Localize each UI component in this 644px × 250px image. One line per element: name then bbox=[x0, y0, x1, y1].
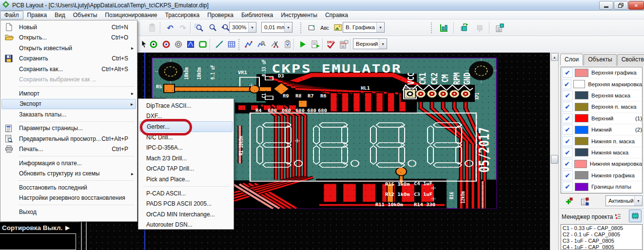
layer-properties-icon[interactable] bbox=[579, 195, 591, 207]
sort-list-icon[interactable] bbox=[615, 213, 621, 221]
zoom-window-icon[interactable] bbox=[193, 22, 205, 34]
layer-color-swatch[interactable] bbox=[575, 91, 588, 99]
menubar-item-Правка[interactable]: Правка bbox=[23, 11, 51, 19]
measure-icon[interactable] bbox=[214, 38, 225, 50]
layer-color-swatch[interactable] bbox=[575, 137, 588, 145]
file-menu-item-настройки-резервного-восстановления[interactable]: Настройки резервного восстановления bbox=[1, 193, 136, 204]
export-submenu-item-mach-2-3-drill-[interactable]: Mach 2/3 Drill... bbox=[139, 153, 233, 164]
scrollbar-thumb[interactable] bbox=[551, 155, 558, 164]
unroute-icon[interactable] bbox=[269, 38, 281, 50]
layer-color-swatch[interactable] bbox=[575, 69, 588, 77]
menubar-item-Файл[interactable]: Файл bbox=[0, 11, 23, 19]
export-submenu-item-orcad-tap-drill-[interactable]: OrCAD TAP Drill... bbox=[139, 164, 233, 174]
file-menu-item-выход[interactable]: Выход bbox=[1, 207, 136, 217]
layer-color-swatch[interactable] bbox=[575, 103, 588, 111]
layer-visibility-checkbox[interactable]: ✔ bbox=[562, 148, 573, 157]
layer-visibility-checkbox[interactable]: ✔ bbox=[562, 114, 573, 123]
place-text-icon[interactable]: Aвс bbox=[319, 22, 331, 34]
autorouter-setup-icon[interactable] bbox=[310, 38, 321, 50]
zoom-dynamic-icon[interactable] bbox=[207, 22, 218, 34]
run-autorouter-icon[interactable] bbox=[297, 38, 309, 50]
place-board-shape-icon[interactable] bbox=[197, 38, 209, 50]
sort-status-band[interactable]: Сортировка Выкл. ▶ bbox=[0, 222, 79, 233]
layer-row[interactable]: ✔Нижняя графика bbox=[561, 170, 642, 181]
menubar-item-Объекты[interactable]: Объекты bbox=[69, 11, 101, 19]
file-menu-item-информация-о-плате-[interactable]: Информация о плате... bbox=[1, 158, 136, 169]
file-menu-item-обновить-структуру-из-схемы[interactable]: Обновить структуру из схемы▸ bbox=[1, 169, 136, 179]
place-copper-pour-icon[interactable] bbox=[185, 38, 196, 50]
place-pad-icon[interactable] bbox=[148, 38, 159, 50]
export-submenu-item-pads-pcb-ascii-2005-[interactable]: PADS PCB ASCII 2005... bbox=[139, 198, 233, 209]
edit-trace-icon[interactable] bbox=[255, 38, 267, 50]
menubar-item-Позиционирование[interactable]: Позиционирование bbox=[101, 11, 161, 19]
minimize-button[interactable] bbox=[599, 1, 613, 10]
file-menu-item-восстановить-последний[interactable]: Восстановить последний bbox=[1, 182, 136, 193]
component-list-item[interactable]: C3 - 1uF - CAP_0805 bbox=[563, 238, 641, 244]
undo-icon[interactable]: ↶ bbox=[164, 22, 176, 34]
component-list-icon[interactable] bbox=[494, 22, 506, 34]
layer-color-swatch[interactable] bbox=[573, 80, 585, 88]
table-icon[interactable] bbox=[226, 38, 237, 50]
file-menu-item-экспорт[interactable]: Экспорт▸ bbox=[1, 99, 136, 110]
layer-visibility-checkbox[interactable]: ✔ bbox=[562, 125, 573, 135]
chevron-down-icon[interactable]: ▼ bbox=[376, 22, 384, 32]
place-via-icon[interactable] bbox=[160, 38, 172, 50]
layer-row[interactable]: ✔Границы платы bbox=[561, 181, 642, 192]
drc-report-icon[interactable]: DRC bbox=[338, 38, 350, 50]
export-submenu-item-p-cad-ascii-[interactable]: P-CAD ASCII... bbox=[139, 188, 233, 199]
update-from-schematic-icon[interactable] bbox=[458, 22, 470, 34]
place-shape-icon[interactable] bbox=[306, 22, 318, 34]
placement-setup-icon[interactable] bbox=[438, 22, 449, 34]
add-layer-icon[interactable] bbox=[563, 195, 574, 207]
layer-color-swatch[interactable] bbox=[575, 183, 588, 191]
export-submenu-item-diptrace-ascii-[interactable]: DipTrace ASCII... bbox=[139, 100, 233, 111]
menubar-item-Вид[interactable]: Вид bbox=[51, 11, 69, 19]
component-view-toggle-button[interactable] bbox=[629, 210, 642, 222]
file-menu-item-сохранить-как-[interactable]: Сохранить как...Ctrl+Alt+S bbox=[1, 64, 136, 75]
file-menu-item-новый[interactable]: НовыйCtrl+N bbox=[1, 22, 136, 33]
layer-row[interactable]: ✔Нижний(2) bbox=[561, 124, 642, 135]
component-list[interactable]: C1 - 0.33 uF - CAP_0805C2 - 0.1 uF - CAP… bbox=[561, 224, 643, 250]
paste-icon[interactable] bbox=[146, 22, 158, 34]
zoom-level-select[interactable]: 300%▼ bbox=[229, 22, 256, 33]
component-list-item[interactable]: C2 - 0.1 uF - CAP_0805 bbox=[563, 231, 641, 238]
export-submenu-item-orcad-min-interchange-[interactable]: OrCAD MIN Interchange... bbox=[139, 209, 233, 220]
layer-row[interactable]: ✔Верхняя маска bbox=[561, 90, 642, 101]
chevron-down-icon[interactable]: ▼ bbox=[634, 196, 642, 206]
menubar-item-Библиотека[interactable]: Библиотека bbox=[237, 11, 277, 19]
tab-слои[interactable]: Слои bbox=[560, 54, 583, 65]
layer-row[interactable]: ✔Нижняя маска bbox=[561, 147, 642, 158]
layer-mode-select[interactable]: Активный▼ bbox=[605, 195, 643, 206]
route-setup-icon[interactable] bbox=[282, 38, 293, 50]
layer-color-swatch[interactable] bbox=[575, 114, 588, 122]
related-schematic-icon[interactable] bbox=[474, 22, 486, 34]
menubar-item-Проверка[interactable]: Проверка bbox=[203, 11, 237, 19]
route-trace-icon[interactable] bbox=[243, 38, 254, 50]
scroll-up-button[interactable]: ▲ bbox=[551, 53, 558, 61]
layer-color-swatch[interactable] bbox=[575, 126, 588, 134]
layer-color-swatch[interactable] bbox=[575, 171, 588, 179]
layer-visibility-checkbox[interactable]: ✔ bbox=[562, 102, 573, 112]
close-button[interactable]: ✕ bbox=[628, 1, 644, 10]
tab-объекты[interactable]: Объекты bbox=[584, 54, 617, 66]
file-menu-item-открыть-известный[interactable]: Открыть известный▸ bbox=[1, 43, 136, 54]
export-submenu-item-ipc-d-356a-[interactable]: IPC-D-356A... bbox=[139, 142, 233, 153]
layer-row[interactable]: ✔Нижняя маркировка bbox=[561, 158, 642, 170]
layer-visibility-checkbox[interactable]: ✔ bbox=[562, 182, 573, 192]
file-menu-item-импорт[interactable]: Импорт▸ bbox=[1, 88, 136, 99]
layer-visibility-checkbox[interactable]: ✔ bbox=[562, 171, 573, 180]
restore-button[interactable] bbox=[614, 1, 628, 10]
component-list-item[interactable]: C4 - 1uF - CAP_0805 bbox=[563, 244, 641, 250]
file-menu-item-заказать-платы-[interactable]: Заказать платы... bbox=[1, 109, 136, 120]
layer-color-swatch[interactable] bbox=[575, 148, 588, 156]
layer-visibility-checkbox[interactable]: ✔ bbox=[562, 136, 573, 146]
export-submenu-item-pick-and-place-[interactable]: Pick and Place... bbox=[139, 174, 233, 185]
redo-icon[interactable]: ↷ bbox=[177, 22, 189, 34]
file-menu-item-сохранить-выбранное-как-[interactable]: Сохранить выбранное как ... bbox=[1, 75, 136, 85]
layer-row[interactable]: ✔Нижняя п. маска bbox=[561, 135, 642, 147]
grid-step-select[interactable]: 0,01 mm▼ bbox=[261, 22, 293, 33]
layer-visibility-checkbox[interactable]: ✔ bbox=[562, 91, 573, 100]
menubar-item-Справка[interactable]: Справка bbox=[321, 11, 352, 19]
layer-visibility-checkbox[interactable]: ✔ bbox=[562, 79, 571, 89]
layer-row[interactable]: ✔Верхний(1) bbox=[561, 113, 642, 124]
